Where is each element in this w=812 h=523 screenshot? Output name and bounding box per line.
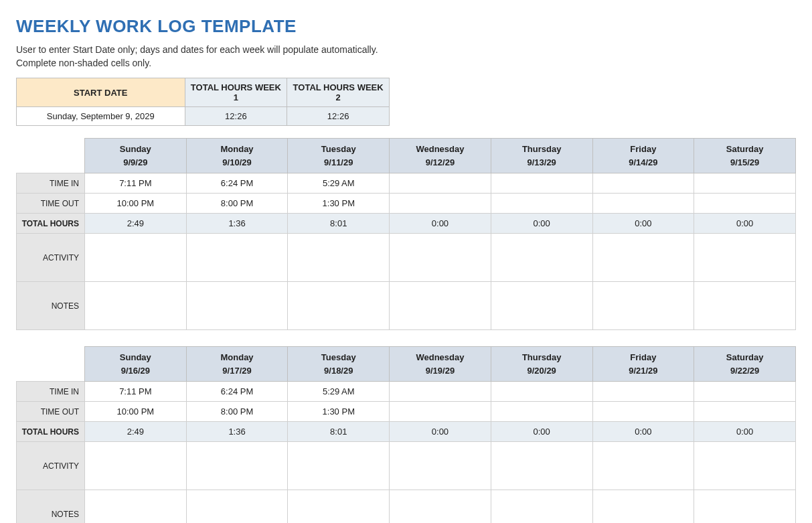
day-of-week-label: Wednesday (391, 351, 489, 364)
day-of-week-label: Friday (594, 143, 693, 156)
notes-cell[interactable] (491, 282, 592, 330)
time-out-cell[interactable]: 8:00 PM (186, 402, 288, 422)
total-cell: 0:00 (694, 214, 796, 234)
activity-cell[interactable] (390, 442, 491, 490)
time-out-cell[interactable] (491, 402, 592, 422)
time-out-cell[interactable] (390, 402, 491, 422)
activity-cell[interactable] (85, 234, 187, 282)
day-of-week-label: Tuesday (289, 143, 388, 156)
date-label: 9/20/29 (493, 364, 591, 378)
time-in-cell[interactable]: 6:24 PM (186, 173, 288, 194)
day-header: Saturday9/15/29 (694, 139, 796, 173)
date-label: 9/17/29 (188, 364, 287, 378)
activity-cell[interactable] (288, 442, 390, 490)
activity-cell[interactable] (694, 442, 796, 490)
date-label: 9/22/29 (696, 364, 794, 378)
summary-table: START DATE TOTAL HOURS WEEK 1 TOTAL HOUR… (16, 78, 390, 126)
time-out-cell[interactable]: 1:30 PM (288, 194, 390, 214)
day-of-week-label: Monday (188, 143, 287, 156)
total-week1-cell: 12:26 (185, 107, 287, 126)
day-header: Tuesday9/18/29 (288, 347, 390, 382)
start-date-header: START DATE (17, 78, 185, 107)
instructions: User to enter Start Date only; days and … (16, 44, 796, 70)
notes-cell[interactable] (592, 282, 694, 330)
time-in-cell[interactable] (390, 382, 491, 402)
time-in-cell[interactable] (592, 173, 694, 194)
time-out-cell[interactable] (592, 194, 694, 214)
instructions-line-2: Complete non-shaded cells only. (16, 58, 151, 68)
date-label: 9/10/29 (188, 156, 287, 169)
activity-cell[interactable] (288, 234, 390, 282)
time-out-cell[interactable] (694, 402, 796, 422)
time-in-cell[interactable]: 7:11 PM (85, 382, 187, 402)
activity-cell[interactable] (592, 442, 694, 490)
time-out-cell[interactable]: 8:00 PM (186, 194, 288, 214)
instructions-line-1: User to enter Start Date only; days and … (16, 44, 378, 55)
date-label: 9/11/29 (289, 156, 388, 169)
date-label: 9/19/29 (391, 364, 489, 378)
notes-cell[interactable] (186, 490, 288, 523)
corner-cell (17, 347, 85, 382)
notes-cell[interactable] (85, 490, 187, 523)
time-in-cell[interactable]: 6:24 PM (186, 382, 288, 402)
time-in-cell[interactable] (491, 173, 592, 194)
date-label: 9/15/29 (696, 156, 794, 169)
notes-cell[interactable] (390, 490, 491, 523)
date-label: 9/9/29 (86, 156, 185, 169)
total-cell: 2:49 (85, 214, 187, 234)
time-out-row-label: TIME OUT (17, 194, 85, 214)
time-out-cell[interactable] (491, 194, 592, 214)
notes-row-label: NOTES (17, 490, 85, 523)
time-in-row-label: TIME IN (17, 382, 85, 402)
time-in-cell[interactable] (592, 382, 694, 402)
activity-cell[interactable] (694, 234, 796, 282)
notes-cell[interactable] (491, 490, 592, 523)
activity-cell[interactable] (491, 234, 592, 282)
day-header: Wednesday9/12/29 (390, 139, 491, 173)
day-of-week-label: Friday (594, 351, 693, 364)
time-in-cell[interactable]: 5:29 AM (288, 173, 390, 194)
time-out-cell[interactable] (592, 402, 694, 422)
day-of-week-label: Saturday (696, 351, 794, 364)
time-out-cell[interactable] (694, 194, 796, 214)
page-title: WEEKLY WORK LOG TEMPLATE (16, 16, 796, 37)
corner-cell (17, 139, 85, 173)
activity-cell[interactable] (390, 234, 491, 282)
day-header: Saturday9/22/29 (694, 347, 796, 382)
notes-cell[interactable] (390, 282, 491, 330)
total-cell: 1:36 (186, 214, 288, 234)
time-in-cell[interactable] (694, 382, 796, 402)
time-out-cell[interactable]: 10:00 PM (85, 402, 187, 422)
activity-cell[interactable] (491, 442, 592, 490)
day-header: Tuesday9/11/29 (288, 139, 390, 173)
time-out-cell[interactable]: 1:30 PM (288, 402, 390, 422)
date-label: 9/18/29 (289, 364, 388, 378)
activity-cell[interactable] (85, 442, 187, 490)
total-cell: 0:00 (694, 422, 796, 442)
time-out-row-label: TIME OUT (17, 402, 85, 422)
start-date-cell[interactable]: Sunday, September 9, 2029 (17, 107, 185, 126)
activity-cell[interactable] (186, 234, 288, 282)
time-out-cell[interactable] (390, 194, 491, 214)
activity-cell[interactable] (186, 442, 288, 490)
notes-cell[interactable] (694, 490, 796, 523)
time-out-cell[interactable]: 10:00 PM (85, 194, 187, 214)
notes-cell[interactable] (288, 282, 390, 330)
time-in-cell[interactable] (491, 382, 592, 402)
day-of-week-label: Tuesday (289, 351, 388, 364)
total-cell: 0:00 (592, 422, 694, 442)
total-cell: 8:01 (288, 422, 390, 442)
notes-cell[interactable] (694, 282, 796, 330)
day-of-week-label: Thursday (493, 143, 591, 156)
notes-cell[interactable] (85, 282, 187, 330)
time-in-cell[interactable] (390, 173, 491, 194)
day-of-week-label: Wednesday (391, 143, 489, 156)
notes-cell[interactable] (288, 490, 390, 523)
time-in-cell[interactable]: 7:11 PM (85, 173, 187, 194)
activity-cell[interactable] (592, 234, 694, 282)
time-in-cell[interactable] (694, 173, 796, 194)
notes-cell[interactable] (186, 282, 288, 330)
notes-cell[interactable] (592, 490, 694, 523)
time-in-cell[interactable]: 5:29 AM (288, 382, 390, 402)
day-of-week-label: Sunday (86, 351, 185, 364)
